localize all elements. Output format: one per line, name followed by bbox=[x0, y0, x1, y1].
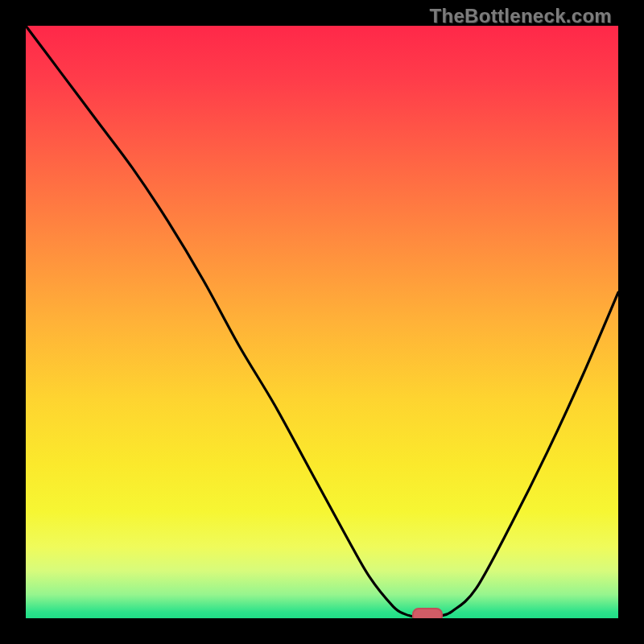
frame-border bbox=[0, 618, 644, 644]
watermark-text: TheBottleneck.com bbox=[430, 5, 612, 27]
bottleneck-curve bbox=[26, 26, 618, 618]
plot-area bbox=[26, 26, 618, 618]
frame-border bbox=[618, 0, 644, 644]
chart-frame: TheBottleneck.com bbox=[0, 0, 644, 644]
frame-border bbox=[0, 0, 26, 644]
